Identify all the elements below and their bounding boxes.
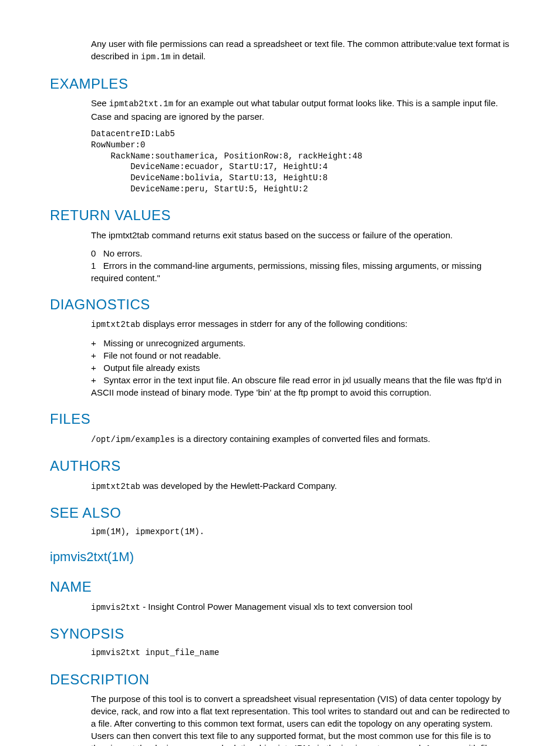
return-value-row-1: 1 Errors in the command-line arguments, … (91, 259, 510, 284)
diag-item-3: + Output file already exists (91, 362, 510, 374)
diagnostics-intro: ipmtxt2tab displays error messages in st… (91, 318, 510, 331)
diagnostics-code: ipmtxt2tab (91, 320, 140, 329)
name-heading: Name (50, 577, 510, 597)
authors-heading: Authors (50, 456, 510, 476)
see-also-code: ipm(1M), ipmexport(1M). (91, 526, 510, 538)
diagnostics-text: displays error messages in stderr for an… (140, 319, 407, 329)
name-code: ipmvis2txt (91, 603, 140, 612)
examples-block: See ipmtab2txt.1m for an example out wha… (91, 97, 510, 195)
name-text: - Insight Control Power Management visua… (140, 602, 413, 612)
files-paragraph: /opt/ipm/examples is a directory contain… (91, 433, 510, 446)
page: Any user with file permissions can read … (0, 0, 560, 746)
diagnostics-heading: Diagnostics (50, 295, 510, 315)
description-p1: The purpose of this tool is to convert a… (91, 693, 510, 746)
files-block: /opt/ipm/examples is a directory contain… (91, 433, 510, 446)
intro-text-b: in detail. (170, 51, 205, 61)
examples-heading: Examples (50, 74, 510, 94)
diag-text-4: Syntax error in the text input file. An … (91, 375, 501, 397)
examples-text-a: See (91, 98, 109, 108)
authors-code: ipmtxt2tab (91, 482, 140, 491)
authors-paragraph: ipmtxt2tab was developed by the Hewlett-… (91, 480, 510, 493)
examples-code-block: DatacentreID:Lab5 RowNumber:0 RackName:s… (91, 129, 510, 195)
return-value-row-0: 0 No errors. (91, 247, 510, 259)
files-text: is a directory containing examples of co… (175, 434, 430, 444)
diagnostics-block: ipmtxt2tab displays error messages in st… (91, 318, 510, 399)
see-also-heading: See Also (50, 503, 510, 523)
return-values-list: 0 No errors. 1 Errors in the command-lin… (91, 247, 510, 284)
files-code: /opt/ipm/examples (91, 435, 175, 444)
diag-item-2: + File not found or not readable. (91, 349, 510, 362)
rv-desc-0: No errors. (103, 248, 143, 258)
diag-item-4: + Syntax error in the text input file. A… (91, 374, 510, 399)
diag-item-1: + Missing or unrecognized arguments. (91, 337, 510, 349)
diag-text-2: File not found or not readable. (103, 350, 221, 360)
diag-text-1: Missing or unrecognized arguments. (103, 338, 245, 348)
intro-paragraph: Any user with file permissions can read … (91, 38, 510, 63)
description-block: The purpose of this tool is to convert a… (91, 693, 510, 746)
authors-text: was developed by the Hewlett-Packard Com… (140, 481, 337, 491)
diag-text-3: Output file already exists (103, 363, 200, 373)
see-also-block: ipm(1M), ipmexport(1M). (91, 526, 510, 538)
rv-code-1: 1 (91, 261, 96, 271)
examples-code-ref: ipmtab2txt.1m (109, 99, 173, 109)
intro-code: ipm.1m (141, 52, 170, 62)
diagnostics-list: + Missing or unrecognized arguments. + F… (91, 337, 510, 399)
synopsis-block: ipmvis2txt input_file_name (91, 647, 510, 659)
synopsis-code: ipmvis2txt input_file_name (91, 647, 510, 659)
name-paragraph: ipmvis2txt - Insight Control Power Manag… (91, 600, 510, 614)
examples-paragraph: See ipmtab2txt.1m for an example out wha… (91, 97, 510, 123)
files-heading: Files (50, 409, 510, 429)
rv-desc-1: Errors in the command-line arguments, pe… (91, 261, 481, 283)
return-values-heading: Return Values (50, 205, 510, 225)
ipmvis-heading: ipmvis2txt(1M) (50, 548, 510, 566)
return-values-intro: The ipmtxt2tab command returns exit stat… (91, 229, 510, 241)
rv-code-0: 0 (91, 248, 96, 258)
name-block: ipmvis2txt - Insight Control Power Manag… (91, 600, 510, 614)
return-values-block: The ipmtxt2tab command returns exit stat… (91, 229, 510, 284)
description-heading: Description (50, 670, 510, 690)
authors-block: ipmtxt2tab was developed by the Hewlett-… (91, 480, 510, 493)
intro-block: Any user with file permissions can read … (91, 38, 510, 63)
synopsis-heading: Synopsis (50, 624, 510, 644)
